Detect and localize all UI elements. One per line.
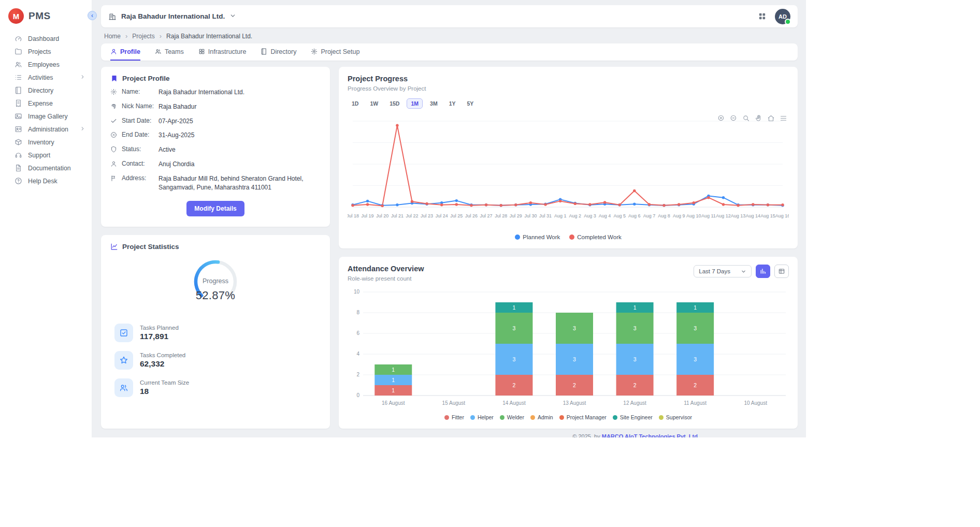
attendance-stacked-bar-chart[interactable]: 024681011116 August15 August233114 Augus… — [348, 287, 789, 413]
breadcrumb: Home › Projects › Raja Bahadur Internati… — [101, 27, 798, 43]
legend-item[interactable]: Fitter — [444, 414, 464, 420]
shield-icon — [110, 146, 117, 153]
field-label: Start Date: — [122, 117, 154, 124]
field-end-date: End Date: 31-Aug-2025 — [110, 131, 321, 140]
sidebar-item-projects[interactable]: Projects — [0, 45, 92, 58]
sidebar-item-label: Image Gallery — [28, 113, 68, 120]
svg-text:Aug 1: Aug 1 — [554, 213, 567, 218]
sidebar-item-administration[interactable]: Administration — [0, 123, 92, 136]
sidebar-item-inventory[interactable]: Inventory — [0, 136, 92, 149]
selection-zoom-icon[interactable] — [742, 114, 750, 122]
svg-text:10 August: 10 August — [744, 400, 767, 406]
zoom-out-icon[interactable] — [730, 114, 738, 122]
apps-grid-icon[interactable] — [758, 12, 767, 21]
attendance-card-subtitle: Role-wise present count — [348, 275, 424, 282]
legend-dot — [500, 415, 505, 420]
range-1y[interactable]: 1Y — [445, 98, 460, 109]
svg-text:6: 6 — [356, 330, 359, 336]
menu-icon[interactable] — [780, 114, 787, 122]
legend-item[interactable]: Planned Work — [515, 234, 560, 240]
svg-text:2: 2 — [356, 372, 359, 377]
sidebar-item-employees[interactable]: Employees — [0, 58, 92, 71]
breadcrumb-projects[interactable]: Projects — [132, 33, 154, 40]
stat-tasks-completed: Tasks Completed 62,332 — [110, 351, 321, 370]
sidebar-item-label: Help Desk — [28, 178, 57, 185]
legend-dot — [530, 415, 535, 420]
legend-item[interactable]: Completed Work — [569, 234, 621, 240]
sidebar-item-label: Documentation — [28, 165, 71, 172]
legend-dot — [444, 415, 449, 420]
legend-item[interactable]: Admin — [530, 414, 553, 420]
statistics-card-title: Project Statistics — [122, 243, 179, 251]
svg-text:3: 3 — [573, 325, 576, 331]
sidebar-item-documentation[interactable]: Documentation — [0, 162, 92, 174]
sidebar-item-support[interactable]: Support — [0, 149, 92, 162]
legend-item[interactable]: Supervisor — [659, 414, 692, 420]
range-1w[interactable]: 1W — [366, 98, 382, 109]
tab-teams[interactable]: Teams — [155, 43, 184, 61]
date-range-value: Last 7 Days — [699, 268, 730, 274]
svg-text:Aug 4: Aug 4 — [599, 213, 611, 218]
legend-item[interactable]: Site Engineer — [613, 414, 653, 420]
zoom-in-icon[interactable] — [717, 114, 725, 122]
table-view-button[interactable] — [774, 265, 789, 278]
gear-icon — [311, 48, 318, 55]
breadcrumb-home[interactable]: Home — [104, 33, 121, 40]
sidebar-item-expense[interactable]: Expense — [0, 97, 92, 110]
legend-item[interactable]: Project Manager — [559, 414, 607, 420]
svg-text:15 August: 15 August — [442, 400, 466, 406]
field-contact: Contact: Anuj Chordia — [110, 160, 321, 169]
project-switcher[interactable]: Raja Bahadur International Ltd. — [108, 12, 236, 21]
svg-text:3: 3 — [573, 356, 576, 362]
legend-item[interactable]: Welder — [500, 414, 524, 420]
sidebar-item-activities[interactable]: Activities — [0, 71, 92, 84]
x-circle-icon — [110, 131, 117, 138]
footer-company-link[interactable]: MARCO AIoT Technologies Pvt. Ltd. — [602, 433, 699, 437]
tab-label: Infrastructure — [208, 48, 247, 55]
tab-directory[interactable]: Directory — [261, 43, 296, 61]
chevron-right-icon — [80, 126, 85, 133]
document-icon — [15, 164, 22, 172]
sidebar-item-label: Projects — [28, 48, 51, 55]
range-1m[interactable]: 1M — [407, 98, 423, 109]
range-1d[interactable]: 1D — [348, 98, 363, 109]
sidebar-collapse-button[interactable]: ‹ — [88, 11, 97, 20]
progress-card-title: Project Progress — [348, 75, 789, 83]
top-header: Raja Bahadur International Ltd. AD — [101, 5, 798, 27]
logo-badge-icon: M — [8, 8, 24, 24]
range-15d[interactable]: 15D — [385, 98, 403, 109]
tab-profile[interactable]: Profile — [110, 43, 140, 61]
svg-text:Jul 26: Jul 26 — [465, 213, 478, 218]
sidebar-item-dashboard[interactable]: Dashboard — [0, 32, 92, 45]
svg-text:1: 1 — [694, 304, 697, 311]
sidebar-item-help-desk[interactable]: Help Desk — [0, 174, 92, 187]
field-start-date: Start Date: 07-Apr-2025 — [110, 117, 321, 126]
range-3m[interactable]: 3M — [426, 98, 442, 109]
pan-icon[interactable] — [755, 114, 762, 122]
tab-project-setup[interactable]: Project Setup — [311, 43, 359, 61]
project-progress-line-chart[interactable]: Jul 18Jul 19Jul 20Jul 21Jul 22Jul 23Jul … — [348, 111, 789, 233]
legend-item[interactable]: Helper — [470, 414, 494, 420]
date-range-select[interactable]: Last 7 Days — [694, 265, 752, 277]
tab-infrastructure[interactable]: Infrastructure — [198, 43, 247, 61]
legend-dot — [470, 415, 475, 420]
star-icon — [114, 351, 133, 370]
modify-details-button[interactable]: Modify Details — [186, 201, 244, 216]
sidebar-item-label: Inventory — [28, 139, 54, 146]
content-grid: Project Profile Name: Raja Bahadur Inter… — [101, 67, 798, 429]
sidebar-item-label: Employees — [28, 61, 60, 68]
tab-bar: Profile Teams Infrastructure Directory P… — [101, 43, 798, 61]
home-icon[interactable] — [767, 114, 775, 122]
bar-chart-view-button[interactable] — [756, 265, 770, 278]
user-avatar[interactable]: AD — [775, 9, 790, 24]
sidebar-item-directory[interactable]: Directory — [0, 84, 92, 97]
logo[interactable]: M PMS — [0, 6, 92, 32]
gear-icon — [110, 89, 117, 95]
sidebar-item-image-gallery[interactable]: Image Gallery — [0, 110, 92, 123]
id-badge-icon — [15, 125, 22, 133]
sidebar-item-label: Activities — [28, 74, 53, 81]
gauge-label: Progress — [110, 277, 321, 285]
legend-dot — [613, 415, 617, 420]
svg-text:13 August: 13 August — [563, 400, 586, 406]
range-5y[interactable]: 5Y — [463, 98, 478, 109]
